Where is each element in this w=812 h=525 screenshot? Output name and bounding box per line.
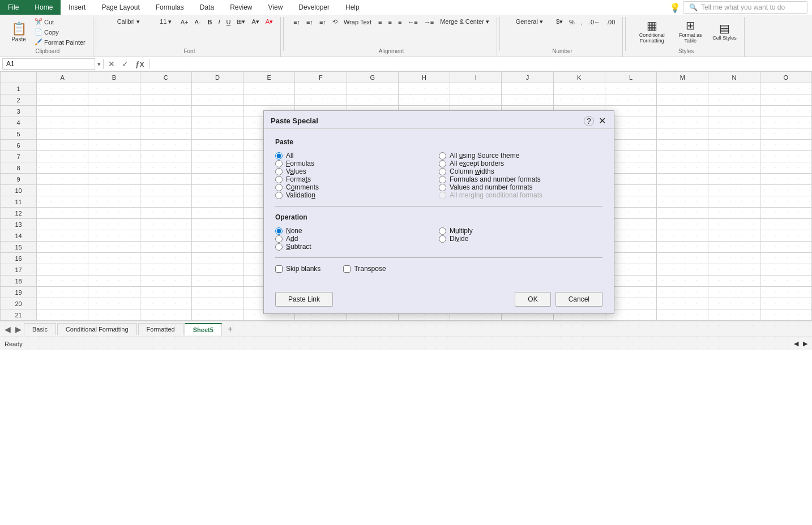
paste-option-column-widths[interactable]: Column widths — [439, 167, 602, 175]
tab-review[interactable]: Review — [222, 0, 260, 15]
paste-option-all-using-source[interactable]: All using Source theme — [439, 152, 602, 160]
paste-option-formulas[interactable]: Formulas — [275, 160, 439, 167]
increase-indent-button[interactable]: →≡ — [421, 18, 437, 27]
format-painter-button[interactable]: 🖌️ Format Painter — [32, 37, 88, 47]
cell[interactable] — [657, 276, 708, 287]
cell[interactable] — [708, 208, 760, 219]
cell[interactable] — [347, 94, 398, 106]
cell[interactable] — [140, 287, 191, 298]
cell[interactable] — [657, 117, 708, 128]
cell[interactable] — [657, 151, 708, 162]
italic-button[interactable]: I — [215, 18, 223, 27]
cell[interactable] — [553, 94, 605, 106]
cell[interactable] — [88, 94, 140, 106]
border-button[interactable]: ⊞▾ — [234, 17, 248, 27]
merge-center-button[interactable]: Merge & Center ▾ — [437, 17, 492, 27]
cell[interactable] — [657, 242, 708, 253]
cell[interactable] — [708, 174, 760, 185]
cell[interactable] — [760, 276, 811, 287]
cell[interactable] — [450, 94, 502, 106]
paste-option-formulas-number-formats[interactable]: Formulas and number formats — [439, 175, 602, 183]
cell[interactable] — [140, 185, 191, 196]
align-right-button[interactable]: ≡ — [395, 18, 404, 27]
cell[interactable] — [708, 309, 760, 321]
cell[interactable] — [37, 117, 88, 128]
cell[interactable] — [605, 94, 656, 106]
cell[interactable] — [760, 151, 811, 162]
cell[interactable] — [450, 83, 502, 94]
cell[interactable] — [37, 242, 88, 253]
cell[interactable] — [37, 264, 88, 276]
cell[interactable] — [37, 151, 88, 162]
dialog-help-button[interactable]: ? — [584, 116, 594, 126]
cell[interactable] — [657, 253, 708, 264]
skip-blanks-checkbox[interactable] — [275, 265, 283, 273]
cell[interactable] — [191, 151, 243, 162]
cell[interactable] — [140, 106, 191, 117]
cell[interactable] — [760, 106, 811, 117]
cell[interactable] — [88, 309, 140, 321]
cell[interactable] — [708, 196, 760, 208]
cell[interactable] — [760, 298, 811, 309]
cell[interactable] — [760, 253, 811, 264]
cell[interactable] — [760, 185, 811, 196]
cell[interactable] — [760, 264, 811, 276]
align-top-right-button[interactable]: ≡↑ — [317, 18, 329, 27]
cell[interactable] — [37, 196, 88, 208]
cell[interactable] — [553, 83, 605, 94]
cell[interactable] — [708, 83, 760, 94]
paste-option-formats[interactable]: Formats — [275, 175, 439, 183]
cell[interactable] — [760, 140, 811, 151]
cell[interactable] — [191, 196, 243, 208]
cell[interactable] — [760, 287, 811, 298]
cell[interactable] — [502, 94, 553, 106]
cell[interactable] — [140, 264, 191, 276]
cell[interactable] — [657, 174, 708, 185]
cell[interactable] — [88, 242, 140, 253]
cell[interactable] — [37, 140, 88, 151]
cell[interactable] — [191, 128, 243, 140]
cell[interactable] — [708, 219, 760, 230]
tab-page-layout[interactable]: Page Layout — [93, 0, 147, 15]
cell[interactable] — [657, 196, 708, 208]
cell[interactable] — [140, 174, 191, 185]
cell[interactable] — [191, 83, 243, 94]
cell[interactable] — [708, 230, 760, 242]
cell[interactable] — [760, 128, 811, 140]
cell[interactable] — [140, 162, 191, 174]
sheet-tab-conditional-formatting[interactable]: Conditional Formatting — [57, 323, 137, 335]
percent-button[interactable]: % — [566, 18, 578, 27]
cell[interactable] — [708, 185, 760, 196]
cell[interactable] — [37, 276, 88, 287]
font-color-button[interactable]: A▾ — [263, 17, 276, 27]
cell[interactable] — [708, 253, 760, 264]
cell[interactable] — [37, 309, 88, 321]
scroll-tabs-left[interactable]: ◀ — [2, 324, 13, 335]
align-top-left-button[interactable]: ≡↑ — [290, 18, 303, 27]
sheet-tab-basic[interactable]: Basic — [24, 323, 56, 335]
paste-option-values[interactable]: Values — [275, 167, 439, 175]
orientation-button[interactable]: ⟲ — [330, 17, 340, 27]
sheet-tab-formatted[interactable]: Formatted — [138, 323, 183, 335]
ok-button[interactable]: OK — [515, 292, 550, 307]
font-size-decrease[interactable]: A- — [192, 18, 204, 27]
cell[interactable] — [657, 94, 708, 106]
scroll-right-icon[interactable]: ▶ — [803, 340, 807, 347]
cell[interactable] — [708, 298, 760, 309]
cell[interactable] — [657, 162, 708, 174]
cell[interactable] — [140, 83, 191, 94]
cell[interactable] — [708, 94, 760, 106]
cell[interactable] — [37, 230, 88, 242]
font-size-selector[interactable]: 11 ▾ — [155, 17, 177, 27]
paste-option-values-number-formats[interactable]: Values and number formats — [439, 183, 602, 191]
cancel-button[interactable]: Cancel — [555, 292, 602, 307]
cell[interactable] — [191, 264, 243, 276]
cell[interactable] — [347, 83, 398, 94]
scroll-tabs-right[interactable]: ▶ — [13, 324, 24, 335]
cell[interactable] — [88, 83, 140, 94]
tab-insert[interactable]: Insert — [61, 0, 93, 15]
operation-subtract[interactable]: Subtract — [275, 243, 439, 251]
paste-option-all-merging[interactable]: All merging conditional formats — [439, 191, 602, 199]
cell[interactable] — [760, 230, 811, 242]
cell[interactable] — [88, 276, 140, 287]
